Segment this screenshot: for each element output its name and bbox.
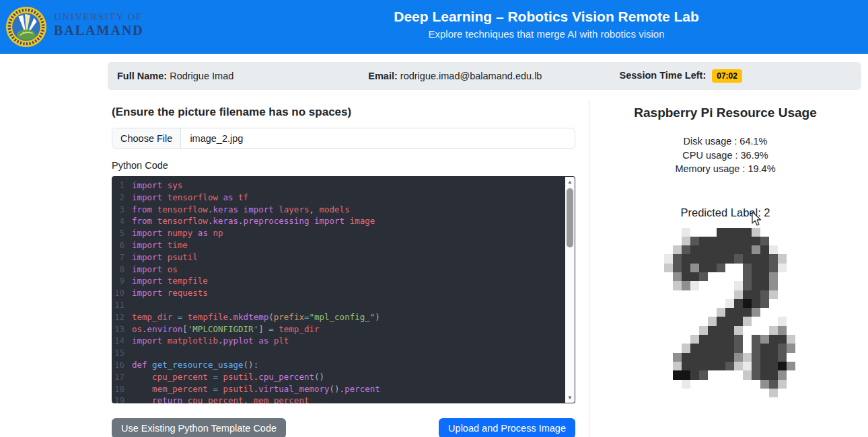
choose-file-button[interactable]: Choose File [112,128,181,148]
cpu-usage-text: CPU usage : 36.9% [589,149,861,163]
scroll-up-icon[interactable]: ▲ [565,177,575,186]
upload-process-button[interactable]: Upload and Process Image [439,418,575,437]
page-title: Deep Learning – Robotics Vision Remote L… [270,9,822,25]
university-of-text: UNIVERSITY OF [54,11,144,23]
selected-filename: image_2.jpg [181,128,252,148]
mouse-cursor-icon [751,211,763,227]
memory-usage-text: Memory usage : 19.4% [589,162,861,176]
results-panel: Raspberry Pi Resource Usage Disk usage :… [589,101,861,437]
file-input[interactable]: Choose File image_2.jpg [112,128,575,149]
app-header: UNIVERSITY OF BALAMAND Deep Learning – R… [0,0,868,54]
full-name-label: Full Name: [117,71,167,81]
session-time-field: Session Time Left: 07:02 [610,69,861,83]
email-value: rodrigue.imad@balamand.edu.lb [400,71,542,81]
email-field: Email: rodrigue.imad@balamand.edu.lb [359,71,610,81]
session-time-badge: 07:02 [712,69,742,83]
balamand-text: BALAMAND [54,23,144,38]
disk-usage-text: Disk usage : 64.1% [589,134,861,149]
action-buttons-row: Use Existing Python Template Code Upload… [112,418,575,437]
session-time-label: Session Time Left: [620,70,707,81]
code-lines: 1import sys2import tensorflow as tf3from… [112,180,565,403]
digit-image [655,228,795,398]
resource-usage-block: Disk usage : 64.1% CPU usage : 36.9% Mem… [589,134,861,176]
full-name-value: Rodrigue Imad [170,71,233,81]
python-code-label: Python Code [112,160,575,171]
scroll-down-icon[interactable]: ▼ [565,393,575,402]
page-subtitle: Explore techniques that merge AI with ro… [270,28,822,40]
email-label: Email: [368,71,398,81]
upload-and-code-section: (Ensure the picture filename has no spac… [112,101,575,437]
header-text-block: Deep Learning – Robotics Vision Remote L… [270,9,822,40]
full-name-field: Full Name: Rodrigue Imad [108,71,359,81]
editor-scrollbar[interactable]: ▲ ▼ [565,177,575,403]
filename-note: (Ensure the picture filename has no spac… [112,106,575,119]
university-wordmark: UNIVERSITY OF BALAMAND [54,11,144,38]
python-code-editor[interactable]: 1import sys2import tensorflow as tf3from… [112,176,575,403]
use-template-button[interactable]: Use Existing Python Template Code [112,418,286,437]
session-info-bar: Full Name: Rodrigue Imad Email: rodrigue… [108,62,861,90]
resource-usage-title: Raspberry Pi Resource Usage [589,106,861,120]
predicted-label-text: Predicted Label: 2 [589,206,861,219]
scrollbar-thumb[interactable] [567,188,573,247]
university-logo-icon [5,6,47,48]
